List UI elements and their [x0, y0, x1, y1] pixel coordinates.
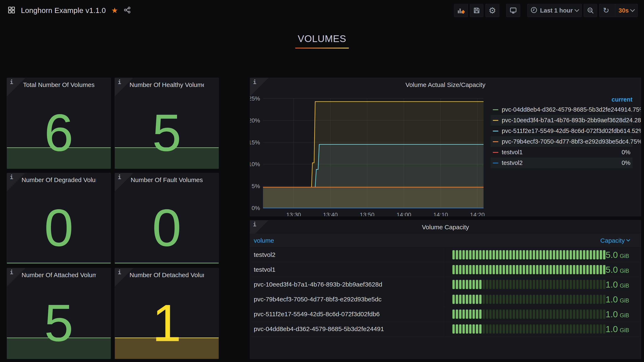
column-header-volume[interactable]: volume [250, 237, 444, 244]
stat-panel-title[interactable]: Number Of Degraded Volumes… [22, 177, 96, 183]
column-header-capacity[interactable]: Capacity [444, 237, 641, 244]
gauge-cell [459, 280, 462, 289]
volume-name-cell: pvc-04dd8eb4-d362-4579-8685-5b3d2fe24491 [250, 325, 444, 333]
legend-item[interactable]: testvol2 0% [491, 158, 632, 168]
gauge-cell [492, 310, 495, 319]
gauge-cell [482, 324, 485, 334]
save-dashboard-button[interactable] [470, 4, 483, 17]
gauge-cell [583, 280, 586, 289]
stat-panel-title[interactable]: Number Of Detached Volumes… [130, 272, 204, 279]
refresh-interval-picker[interactable]: 30s [615, 4, 638, 17]
gauge-cell [583, 324, 586, 334]
gauge-cell [576, 324, 579, 334]
time-range-picker[interactable]: Last 1 hour [527, 4, 582, 17]
volume-name-cell: testvol2 [250, 251, 444, 258]
gauge-cell [523, 310, 525, 319]
share-icon[interactable] [124, 6, 131, 15]
gauge-cell [502, 250, 505, 259]
gauge-cell [499, 265, 502, 274]
table-row[interactable]: pvc-10eed3f4-b7a1-4b76-893b-2bb9aef3628d… [250, 277, 641, 292]
gauge-cell [512, 310, 515, 319]
row-header-volumes[interactable]: VOLUMES [0, 33, 644, 48]
gauge-cell [566, 295, 569, 304]
table-row[interactable]: pvc-79b4ecf3-7050-4d77-8bf3-e292d93be5dc… [250, 292, 641, 307]
zoom-out-time-button[interactable] [584, 4, 597, 17]
gauge-cell [476, 265, 478, 274]
stat-panel-title[interactable]: Number Of Healthy Volumes [130, 81, 204, 88]
table-row[interactable]: pvc-511f2e17-5549-42d5-8c6d-072f3d02fdb6… [250, 307, 641, 322]
add-panel-button[interactable] [454, 4, 468, 17]
gauge-cell [550, 295, 552, 304]
gauge-cell [456, 265, 458, 274]
dashboards-grid-icon[interactable] [8, 6, 16, 15]
gauge-cell [469, 265, 472, 274]
gauge-cell [540, 250, 542, 259]
gauge-cell [452, 265, 455, 274]
gauge-cell [560, 280, 562, 289]
stat-panel-title[interactable]: Total Number Of Volumes [22, 81, 96, 88]
gauge-cell [486, 295, 488, 304]
gauge-cell [533, 310, 535, 319]
gauge-cell [482, 280, 485, 289]
gauge-cell [600, 280, 602, 289]
table-row[interactable]: pvc-04dd8eb4-d362-4579-8685-5b3d2fe24491… [250, 322, 641, 337]
gauge-cell [486, 324, 488, 334]
legend-item[interactable]: pvc-511f2e17-5549-42d5-8c6d-072f3d02fdb6… [491, 126, 632, 136]
stat-panel-title[interactable]: Number Of Fault Volumes [130, 177, 204, 183]
gauge-cell [502, 265, 505, 274]
legend-value-header[interactable]: current [491, 95, 632, 104]
gauge-cell [576, 310, 579, 319]
gauge-cell [573, 250, 575, 259]
row-header-text: VOLUMES [0, 33, 644, 44]
legend-series-current-value: 14.52% [624, 128, 641, 134]
gauge-cell [469, 310, 472, 319]
table-panel-title[interactable]: Volume Capacity [265, 224, 626, 231]
legend-item[interactable]: pvc-04dd8eb4-d362-4579-8685-5b3d2fe24491… [491, 104, 632, 115]
gauge-cell [526, 250, 528, 259]
gauge-cell [509, 295, 512, 304]
gauge-cell [563, 250, 565, 259]
gauge-cell [526, 280, 528, 289]
gauge-cell [590, 280, 592, 289]
gauge-cell [540, 295, 542, 304]
dashboard-settings-button[interactable]: ⚙ [486, 4, 499, 17]
gauge-cell [499, 280, 502, 289]
dashboard-title[interactable]: Longhorn Example v1.1.0 [21, 6, 106, 15]
gauge-cell [560, 324, 562, 334]
gauge-cell [479, 250, 482, 259]
gauge-cell [499, 310, 502, 319]
timeseries-panel: i Volume Actual Size/Capacity 0%5%10%15%… [250, 78, 641, 216]
gauge-cell [573, 265, 575, 274]
gauge-cell [536, 265, 538, 274]
gauge-cell [456, 310, 458, 319]
legend-item[interactable]: testvol1 0% [491, 147, 632, 158]
legend-series-current-value: 0% [622, 149, 630, 156]
legend-item[interactable]: pvc-79b4ecf3-7050-4d77-8bf3-e292d93be5dc… [491, 136, 632, 147]
gauge-cell [593, 295, 596, 304]
gauge-cell [563, 280, 565, 289]
refresh-button[interactable]: ↻ [600, 4, 612, 17]
gauge-cell [546, 310, 548, 319]
legend-item[interactable]: pvc-10eed3f4-b7a1-4b76-893b-2bb9aef3628d… [491, 115, 632, 126]
gauge-cell [590, 295, 592, 304]
time-range-label: Last 1 hour [540, 7, 573, 14]
gauge-cell [546, 250, 548, 259]
table-row[interactable]: testvol2 5.0 GiB [250, 247, 641, 262]
table-row[interactable]: testvol1 5.0 GiB [250, 262, 641, 277]
gauge-cell [489, 265, 492, 274]
capacity-cell: 1.0 GiB [444, 292, 641, 307]
cycle-view-mode-button[interactable] [506, 4, 520, 17]
gauge-cell [576, 295, 579, 304]
gauge-cell [489, 295, 492, 304]
stat-panel-title[interactable]: Number Of Attached Volumes [22, 272, 96, 279]
gauge-cell [482, 250, 485, 259]
gauge-cell [489, 310, 492, 319]
favorite-star-icon[interactable]: ★ [111, 7, 118, 14]
gauge-cell [526, 295, 528, 304]
gauge-cell [502, 295, 505, 304]
gauge-cell [570, 324, 572, 334]
gauge-cell [560, 250, 562, 259]
gauge-cell [502, 324, 505, 334]
gauge-cell [472, 310, 475, 319]
gauge-cell [469, 324, 472, 334]
